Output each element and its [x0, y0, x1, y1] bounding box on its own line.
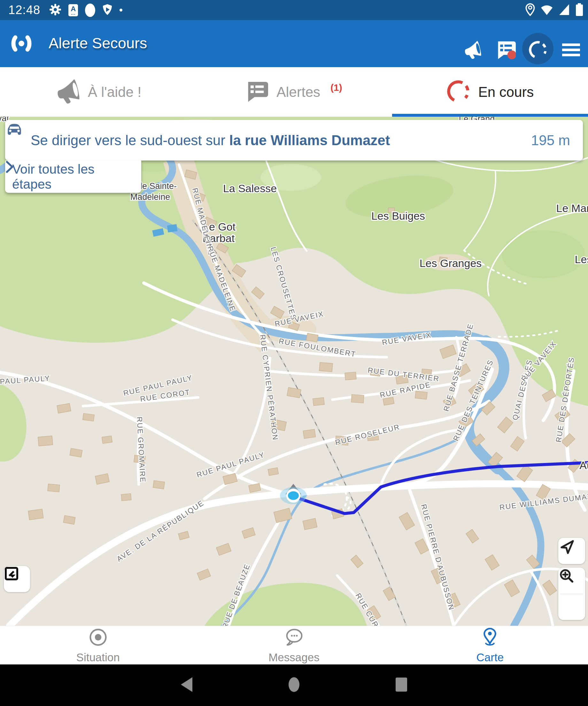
app-bar: Alerte Secours: [0, 20, 588, 67]
megaphone-icon: [55, 79, 80, 105]
chat-list-icon: [246, 81, 268, 103]
map-graphics: Le GrandvatLa Salessepelle Sainte-Madele…: [0, 117, 588, 626]
navigation-instruction-card[interactable]: Se diriger vers le sud-ouest sur la rue …: [5, 120, 583, 160]
map-label: RUE PIERRE D'AUBUSSON: [420, 503, 456, 611]
current-position-marker: [280, 484, 307, 504]
map-label: La Salesse: [223, 182, 277, 194]
android-navigation-bar: [0, 664, 588, 706]
wifi-icon: [540, 3, 553, 17]
map-canvas[interactable]: Le GrandvatLa Salessepelle Sainte-Madele…: [0, 117, 588, 626]
map-label: RUE ROSELEUR: [334, 422, 401, 447]
recents-button[interactable]: [394, 676, 408, 694]
map-label: Le Marc: [556, 202, 588, 214]
instruction-text: Se diriger vers le sud-ouest sur la rue …: [31, 132, 531, 148]
chat-ellipsis-icon: [284, 627, 304, 649]
clock: 12:48: [8, 3, 40, 17]
bottomnav-messages[interactable]: Messages: [196, 626, 392, 665]
home-button[interactable]: [287, 676, 301, 694]
all-steps-button[interactable]: Voir toutes les étapes: [5, 160, 141, 193]
target-circle-icon: [88, 627, 108, 649]
zoom-out-button[interactable]: [558, 594, 585, 620]
status-dot-icon: [120, 9, 122, 11]
alert-count-badge: (1): [330, 82, 342, 93]
map-label: Madeleine: [130, 192, 170, 202]
steps-label: Voir toutes les étapes: [12, 162, 125, 192]
fullscreen-button[interactable]: [4, 566, 30, 592]
auto-app-icon: A...: [69, 4, 78, 16]
bottomnav-situation[interactable]: Situation: [0, 626, 196, 665]
battery-icon: [575, 3, 584, 18]
bottomnav-carte[interactable]: Carte: [392, 626, 588, 665]
app-title: Alerte Secours: [49, 34, 147, 52]
location-pin-icon: [526, 3, 535, 17]
tab-label: En cours: [478, 84, 534, 100]
bottom-navigation: Situation Messages Carte: [0, 626, 588, 665]
notification-dot-icon: [85, 3, 95, 17]
tab-label: Alertes: [277, 84, 320, 100]
map-label: E PAUL PAULY: [0, 374, 50, 387]
map-label: Au: [579, 459, 588, 471]
bottomnav-label: Carte: [476, 651, 504, 664]
tab-label: À l'aide !: [88, 84, 141, 100]
map-pin-icon: [480, 627, 500, 649]
map-label: Les Granges: [420, 257, 482, 269]
status-bar: 12:48 A...: [0, 0, 588, 20]
tab-a-laide[interactable]: À l'aide !: [0, 67, 196, 117]
megaphone-icon[interactable]: [463, 41, 481, 61]
instruction-street: la rue Williams Dumazet: [229, 132, 390, 148]
cellular-signal-icon: [558, 3, 570, 17]
locate-me-button[interactable]: [558, 538, 585, 564]
instruction-distance: 195 m: [531, 132, 570, 148]
bottomnav-label: Situation: [76, 651, 120, 664]
chat-messages-icon[interactable]: [496, 41, 516, 61]
tab-alertes[interactable]: Alertes(1): [196, 67, 392, 117]
hamburger-menu-icon[interactable]: [562, 43, 580, 58]
map-label: Les Buiges: [371, 210, 425, 222]
app-logo-icon: [11, 33, 32, 55]
shield-play-icon: [102, 3, 113, 17]
bottomnav-label: Messages: [268, 651, 320, 664]
gear-icon: [49, 3, 61, 17]
back-button[interactable]: [180, 676, 194, 694]
tab-bar: À l'aide ! Alertes(1) En cours: [0, 67, 588, 117]
zoom-controls: [558, 567, 585, 620]
map-label: Les: [575, 253, 588, 265]
ongoing-spinner-icon[interactable]: [528, 40, 548, 62]
active-tab-indicator: [392, 114, 588, 117]
spinner-red-icon: [447, 80, 470, 105]
tab-en-cours[interactable]: En cours: [392, 67, 588, 117]
